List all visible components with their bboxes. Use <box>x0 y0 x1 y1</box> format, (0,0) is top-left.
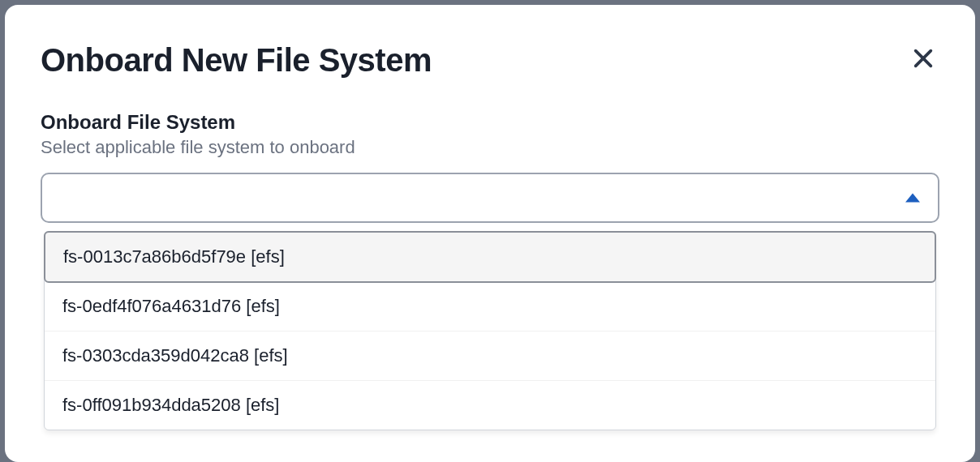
modal-header: Onboard New File System <box>41 42 939 79</box>
close-icon <box>910 45 936 71</box>
dropdown-option[interactable]: fs-0303cda359d042ca8 [efs] <box>45 332 935 381</box>
onboard-file-system-modal: Onboard New File System Onboard File Sys… <box>5 5 975 462</box>
file-system-select[interactable] <box>41 173 939 223</box>
caret-up-icon <box>905 194 920 203</box>
file-system-dropdown: fs-0013c7a86b6d5f79e [efs] fs-0edf4f076a… <box>44 231 936 430</box>
file-system-select-container: fs-0013c7a86b6d5f79e [efs] fs-0edf4f076a… <box>41 173 939 223</box>
modal-title: Onboard New File System <box>41 42 432 79</box>
dropdown-option[interactable]: fs-0ff091b934dda5208 [efs] <box>45 381 935 430</box>
dropdown-option[interactable]: fs-0013c7a86b6d5f79e [efs] <box>44 231 936 283</box>
form-section: Onboard File System Select applicable fi… <box>41 111 939 223</box>
form-label: Onboard File System <box>41 111 939 134</box>
close-button[interactable] <box>907 42 939 75</box>
dropdown-option[interactable]: fs-0edf4f076a4631d76 [efs] <box>45 282 935 332</box>
form-hint: Select applicable file system to onboard <box>41 137 939 158</box>
